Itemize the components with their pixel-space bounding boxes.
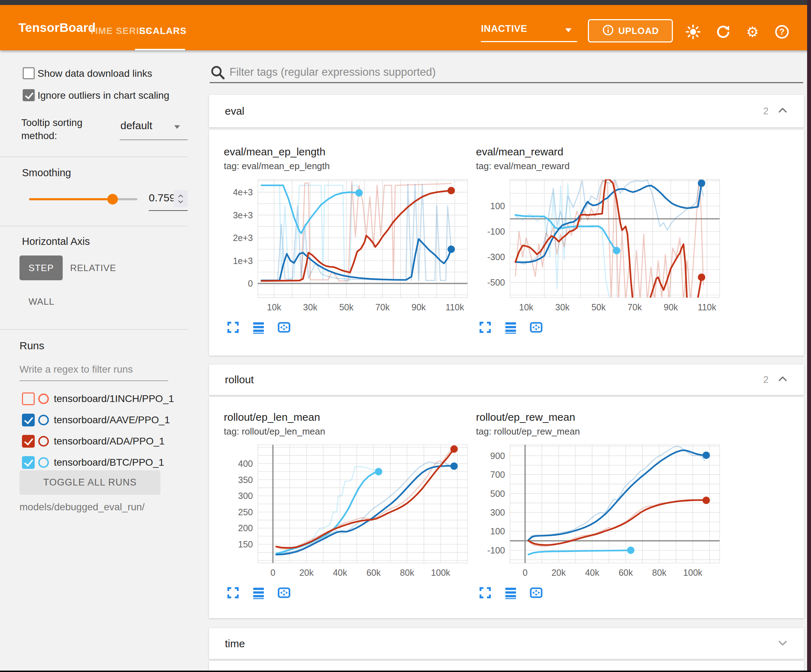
help-icon[interactable]: ?	[774, 24, 790, 40]
runs-base-path: models/debugged_eval_run/	[19, 501, 144, 513]
run-row-ada[interactable]: tensorboard/ADA/PPO_1	[0, 432, 188, 451]
chart-toolbar	[478, 586, 728, 600]
chevron-down-icon[interactable]	[174, 125, 180, 129]
svg-text:110k: 110k	[446, 302, 464, 312]
fit-domain-icon[interactable]	[277, 320, 291, 334]
smoothing-value[interactable]: 0.759	[149, 192, 175, 204]
svg-text:0: 0	[523, 568, 528, 577]
svg-text:-100: -100	[487, 227, 505, 236]
smoothing-label: Smoothing	[22, 167, 71, 179]
chevron-down-icon[interactable]	[776, 636, 789, 651]
svg-text:-500: -500	[487, 278, 505, 287]
section-name: rollout	[225, 374, 254, 386]
fullscreen-icon[interactable]	[226, 586, 240, 600]
upload-button-label: UPLOAD	[618, 25, 659, 36]
svg-text:-300: -300	[487, 252, 505, 262]
run-label[interactable]: tensorboard/ADA/PPO_1	[54, 436, 165, 447]
data-series-icon[interactable]	[504, 320, 518, 334]
run-checkbox[interactable]	[22, 435, 35, 448]
line-chart[interactable]: 020k40k60k80k100k-100100300500700900	[476, 442, 724, 580]
line-chart[interactable]: 10k30k50k70k90k110k01e+32e+33e+34e+3	[224, 176, 472, 315]
chevron-up-icon[interactable]	[776, 372, 789, 387]
ignore-outliers-checkbox[interactable]	[23, 89, 35, 101]
app-header: TensorBoard TIME SERIES SCALARS INACTIVE…	[0, 5, 811, 50]
divider	[0, 329, 188, 330]
run-checkbox[interactable]	[22, 456, 35, 469]
line-chart[interactable]: 10k30k50k70k90k110k100-100-300-500	[476, 176, 724, 315]
run-checkbox[interactable]	[22, 414, 35, 427]
section-header-rollout[interactable]: rollout 2	[209, 364, 804, 395]
run-label[interactable]: tensorboard/BTC/PPO_1	[54, 457, 164, 468]
svg-text:0: 0	[248, 279, 253, 288]
svg-text:100: 100	[490, 201, 505, 211]
search-icon	[210, 64, 226, 81]
vertical-scrollbar[interactable]	[807, 0, 811, 672]
axis-relative-button[interactable]: RELATIVE	[66, 256, 120, 280]
svg-text:3e+3: 3e+3	[233, 210, 253, 220]
chart-tag: tag: rollout/ep_rew_mean	[476, 426, 728, 437]
show-download-links-checkbox[interactable]	[23, 67, 35, 79]
svg-text:100k: 100k	[683, 568, 702, 577]
smoothing-slider-thumb[interactable]	[107, 194, 118, 205]
data-series-icon[interactable]	[504, 586, 518, 600]
active-tab-indicator	[135, 49, 185, 50]
svg-text:50k: 50k	[591, 302, 606, 312]
data-series-icon[interactable]	[251, 586, 266, 600]
refresh-icon[interactable]	[715, 24, 731, 40]
svg-text:20k: 20k	[299, 568, 314, 577]
chevron-up-icon[interactable]	[776, 104, 789, 118]
svg-text:?: ?	[779, 27, 785, 36]
svg-text:90k: 90k	[664, 302, 678, 312]
svg-text:70k: 70k	[628, 302, 642, 312]
settings-gear-icon[interactable]: ⚙	[745, 24, 761, 40]
chart-rollout-ep-rew-mean: rollout/ep_rew_mean tag: rollout/ep_rew_…	[476, 411, 728, 600]
svg-text:300: 300	[238, 491, 253, 501]
svg-text:30k: 30k	[303, 302, 318, 312]
fit-domain-icon[interactable]	[529, 586, 543, 600]
smoothing-slider-track-filled[interactable]	[29, 198, 113, 200]
chart-tag: tag: eval/mean_reward	[476, 161, 728, 172]
ignore-outliers-label[interactable]: Ignore outliers in chart scaling	[37, 90, 188, 101]
line-chart[interactable]: 020k40k60k80k100k150200250300350400	[224, 442, 472, 580]
section-header-eval[interactable]: eval 2	[209, 95, 804, 127]
filter-tags-input[interactable]: Filter tags (regular expressions support…	[229, 66, 436, 79]
tab-scalars[interactable]: SCALARS	[139, 25, 187, 36]
fullscreen-icon[interactable]	[226, 320, 240, 334]
toggle-all-runs-button[interactable]: TOGGLE ALL RUNS	[19, 470, 160, 495]
status-dropdown[interactable]: INACTIVE	[481, 24, 527, 34]
run-label[interactable]: tensorboard/AAVE/PPO_1	[54, 415, 170, 426]
svg-text:90k: 90k	[412, 302, 426, 312]
chart-toolbar	[226, 586, 476, 600]
show-download-links-label[interactable]: Show data download links	[37, 68, 152, 79]
chevron-down-icon[interactable]	[565, 28, 572, 32]
svg-text:500: 500	[490, 489, 505, 499]
svg-text:10k: 10k	[267, 302, 282, 312]
data-series-icon[interactable]	[251, 320, 266, 334]
fit-domain-icon[interactable]	[277, 586, 291, 600]
axis-wall-button[interactable]: WALL	[22, 291, 61, 311]
fullscreen-icon[interactable]	[478, 320, 492, 334]
section-body-eval: eval/mean_ep_length tag: eval/mean_ep_le…	[209, 130, 804, 355]
run-row-btc[interactable]: tensorboard/BTC/PPO_1	[0, 453, 188, 472]
run-color-indicator	[38, 436, 49, 447]
fullscreen-icon[interactable]	[478, 586, 492, 600]
svg-text:10k: 10k	[519, 302, 534, 312]
runs-filter-underline	[19, 381, 168, 381]
run-checkbox[interactable]	[22, 393, 35, 405]
run-row-aave[interactable]: tensorboard/AAVE/PPO_1	[0, 410, 188, 430]
tooltip-sorting-select[interactable]: default	[120, 120, 152, 132]
svg-text:100k: 100k	[431, 568, 450, 577]
runs-filter-input[interactable]: Write a regex to filter runs	[19, 364, 133, 375]
run-row-1inch[interactable]: tensorboard/1INCH/PPO_1	[0, 389, 188, 409]
smoothing-stepper[interactable]	[173, 190, 188, 207]
svg-text:-100: -100	[487, 545, 505, 555]
window-top-strip	[0, 0, 811, 5]
brightness-icon[interactable]	[685, 24, 701, 40]
upload-button[interactable]: UPLOAD	[588, 19, 673, 42]
fit-domain-icon[interactable]	[529, 320, 543, 334]
svg-text:300: 300	[490, 508, 505, 517]
run-label[interactable]: tensorboard/1INCH/PPO_1	[54, 393, 174, 405]
axis-step-button[interactable]: STEP	[19, 256, 63, 280]
section-header-time[interactable]: time	[209, 628, 804, 659]
section-header-next-partial	[209, 661, 804, 671]
